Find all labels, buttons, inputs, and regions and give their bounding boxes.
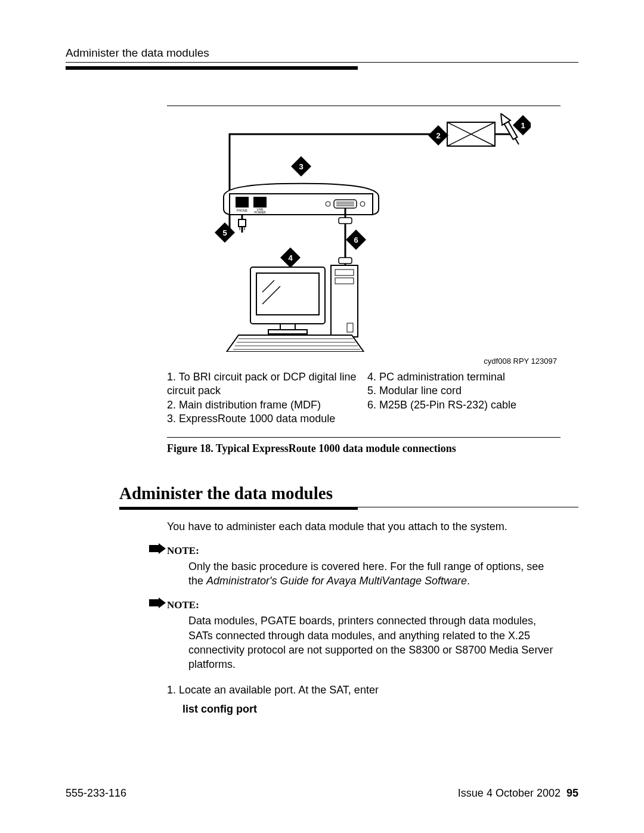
figure-18: PHONE LINE POWER — [167, 106, 561, 455]
svg-rect-30 — [331, 265, 358, 337]
svg-rect-23 — [339, 258, 352, 264]
document-page: Administer the data modules — [0, 0, 644, 833]
note-label: NOTE: — [167, 545, 199, 556]
step-text: 1. Locate an available port. At the SAT,… — [167, 683, 561, 697]
note-block-1: NOTE: Only the basic procedure is covere… — [167, 543, 561, 589]
header-rule-thick — [66, 66, 358, 70]
note-block-2: NOTE: Data modules, PGATE boards, printe… — [167, 597, 561, 671]
svg-text:6: 6 — [354, 236, 358, 244]
section-heading: Administer the data modules — [119, 484, 578, 503]
expressroute-diagram: PHONE LINE POWER — [197, 113, 531, 352]
svg-rect-28 — [280, 324, 295, 330]
svg-rect-18 — [239, 219, 246, 227]
header-rule-thin — [66, 62, 578, 63]
footer-issue: Issue 4 October 200295 — [458, 787, 578, 800]
svg-text:POWER: POWER — [255, 210, 266, 214]
svg-rect-25 — [256, 273, 319, 315]
page-footer: 555-233-116 Issue 4 October 200295 — [66, 787, 578, 800]
note-arrow-icon — [149, 543, 166, 558]
running-head: Administer the data modules — [66, 47, 578, 60]
section-rule — [119, 507, 578, 510]
legend-item: 3. ExpressRoute 1000 data module — [167, 412, 360, 426]
legend-item: 6. M25B (25-Pin RS-232) cable — [367, 398, 561, 412]
figure-top-rule — [167, 106, 561, 106]
step-command: list config port — [182, 702, 561, 716]
svg-text:3: 3 — [299, 162, 303, 171]
svg-rect-22 — [339, 218, 352, 224]
legend-item: 4. PC administration terminal — [367, 370, 561, 384]
step-1: 1. Locate an available port. At the SAT,… — [167, 683, 561, 717]
svg-rect-29 — [268, 330, 307, 334]
svg-text:4: 4 — [288, 253, 293, 262]
svg-rect-7 — [253, 197, 267, 208]
legend-item: 2. Main distribution frame (MDF) — [167, 398, 360, 412]
footer-doc-number: 555-233-116 — [66, 787, 126, 800]
intro-paragraph: You have to administer each data module … — [167, 519, 561, 534]
svg-text:2: 2 — [436, 131, 440, 140]
figure-legend: 1. To BRI circuit pack or DCP digital li… — [167, 370, 561, 426]
note-arrow-icon — [149, 597, 166, 612]
figure-caption: Figure 18. Typical ExpressRoute 1000 dat… — [167, 442, 561, 455]
figure-bottom-rule — [167, 437, 561, 438]
svg-text:PHONE: PHONE — [237, 209, 247, 212]
note-body: Data modules, PGATE boards, printers con… — [188, 614, 561, 671]
legend-item: 5. Modular line cord — [367, 384, 561, 398]
svg-line-4 — [515, 138, 519, 144]
figure-image-id: cydf008 RPY 123097 — [167, 357, 557, 366]
svg-text:5: 5 — [222, 228, 227, 237]
svg-text:1: 1 — [521, 121, 525, 130]
note-body: Only the basic procedure is covered here… — [188, 559, 561, 589]
figure-illustration: PHONE LINE POWER — [167, 113, 561, 354]
legend-item: 1. To BRI circuit pack or DCP digital li… — [167, 370, 360, 398]
svg-rect-32 — [335, 278, 354, 284]
svg-rect-31 — [335, 270, 354, 275]
svg-rect-33 — [347, 323, 353, 332]
note-label: NOTE: — [167, 599, 199, 611]
svg-rect-6 — [236, 197, 249, 208]
